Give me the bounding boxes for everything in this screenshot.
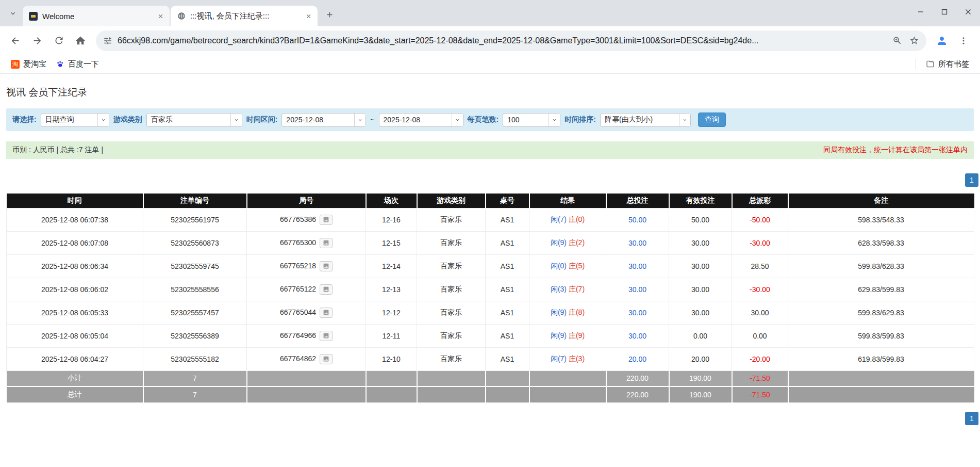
bookmark-taobao[interactable]: 淘 爱淘宝 xyxy=(6,57,51,71)
maximize-button[interactable] xyxy=(933,0,956,24)
search-button[interactable]: 查询 xyxy=(698,112,726,127)
all-bookmarks-button[interactable]: 所有书签 xyxy=(921,57,974,71)
cell-result: 闲(9) 庄(8) xyxy=(529,301,606,324)
cell-result: 闲(3) 庄(7) xyxy=(529,278,606,301)
sort-value[interactable]: 降幂(由大到小) xyxy=(601,114,679,126)
chevron-down-icon[interactable] xyxy=(97,114,109,126)
cell-total-bet: 30.00 xyxy=(606,254,669,278)
total-bet-link[interactable]: 50.00 xyxy=(628,216,646,224)
baidu-paw-icon xyxy=(56,60,64,69)
summary-currency-count: 币别 : 人民币 | 总共 :7 注单 | xyxy=(12,146,103,155)
cell-payout: 30.00 xyxy=(732,301,788,324)
new-tab-button[interactable] xyxy=(322,7,337,22)
round-detail-image-icon[interactable] xyxy=(320,284,333,295)
game-type-value[interactable]: 百家乐 xyxy=(147,114,230,126)
tab-bet-record[interactable]: :::视讯, 会员下注纪录::: xyxy=(171,6,318,26)
cell-time: 2025-12-08 06:06:34 xyxy=(7,254,143,278)
zoom-icon[interactable] xyxy=(892,36,902,45)
tab-welcome[interactable]: Welcome xyxy=(23,6,170,26)
refresh-button[interactable] xyxy=(48,30,69,51)
round-detail-image-icon[interactable] xyxy=(320,261,333,271)
bet-record-row: 2025-12-08 06:06:02523025558556667765122… xyxy=(7,278,974,301)
cell-payout: -50.00 xyxy=(732,208,788,231)
cell-table-no: AS1 xyxy=(486,231,529,254)
date-end-select[interactable]: 2025-12-08 xyxy=(379,113,463,127)
tab-strip: Welcome :::视讯, 会员下注纪录::: xyxy=(0,0,980,26)
query-type-select[interactable]: 日期查询 xyxy=(41,113,109,127)
footer-cell xyxy=(366,371,417,387)
chevron-down-icon[interactable] xyxy=(452,114,463,126)
chevron-down-icon[interactable] xyxy=(549,114,560,126)
close-button[interactable] xyxy=(956,0,980,24)
cell-game-type: 百家乐 xyxy=(417,208,486,231)
footer-cell xyxy=(366,387,417,402)
date-start-value[interactable]: 2025-12-08 xyxy=(282,114,354,126)
round-detail-image-icon[interactable] xyxy=(320,308,333,318)
total-bet-link[interactable]: 30.00 xyxy=(628,332,646,340)
cell-payout: -30.00 xyxy=(732,231,788,254)
table-body: 2025-12-08 06:07:38523025561975667765386… xyxy=(7,208,974,402)
url-text[interactable]: 66cxkj98.com/game/betrecord_search/kind3… xyxy=(118,36,885,45)
bookmark-baidu[interactable]: 百度一下 xyxy=(51,57,104,71)
cell-session: 12-14 xyxy=(366,254,417,278)
cell-valid-bet: 30.00 xyxy=(669,254,732,278)
site-info-icon[interactable] xyxy=(103,36,112,45)
result-banker: 庄(2) xyxy=(569,238,585,247)
sort-select[interactable]: 降幂(由大到小) xyxy=(600,113,691,127)
cell-table-no: AS1 xyxy=(486,301,529,324)
date-end-value[interactable]: 2025-12-08 xyxy=(379,114,452,126)
result-player: 闲(7) xyxy=(551,355,567,363)
page-1-button[interactable]: 1 xyxy=(965,412,978,425)
menu-icon[interactable] xyxy=(953,30,974,51)
cell-round: 667765386 xyxy=(247,208,366,231)
tab-close-icon[interactable] xyxy=(304,11,313,21)
date-start-select[interactable]: 2025-12-08 xyxy=(281,113,366,127)
total-bet-link[interactable]: 30.00 xyxy=(628,262,646,270)
chevron-down-icon[interactable] xyxy=(679,114,690,126)
page-size-value[interactable]: 100 xyxy=(503,114,549,126)
summary-bar: 币别 : 人民币 | 总共 :7 注单 | 同局有效投注，统一计算在该局第一张注… xyxy=(6,141,974,159)
round-detail-image-icon[interactable] xyxy=(320,331,333,341)
query-type-value[interactable]: 日期查询 xyxy=(41,114,97,126)
game-type-select[interactable]: 百家乐 xyxy=(146,113,242,127)
round-detail-image-icon[interactable] xyxy=(320,238,333,248)
page-size-select[interactable]: 100 xyxy=(503,113,560,127)
tab-search-chevron-icon[interactable] xyxy=(5,6,21,21)
cell-bet-id: 523025556389 xyxy=(143,324,247,347)
cell-note: 629.83/599.83 xyxy=(788,278,974,301)
footer-cell: 190.00 xyxy=(669,387,732,402)
cell-table-no: AS1 xyxy=(486,324,529,347)
cell-time: 2025-12-08 06:04:27 xyxy=(7,347,143,371)
cell-game-type: 百家乐 xyxy=(417,254,486,278)
home-button[interactable] xyxy=(70,30,91,51)
column-header: 总投注 xyxy=(606,194,669,208)
back-button[interactable] xyxy=(5,30,26,51)
page-1-button[interactable]: 1 xyxy=(965,173,978,187)
cell-note: 619.83/599.83 xyxy=(788,347,974,371)
result-banker: 庄(5) xyxy=(569,262,585,270)
profile-icon[interactable] xyxy=(932,30,952,51)
round-detail-image-icon[interactable] xyxy=(320,215,333,225)
total-bet-link[interactable]: 30.00 xyxy=(628,309,646,317)
cell-payout: 0.00 xyxy=(732,324,788,347)
round-detail-image-icon[interactable] xyxy=(320,354,333,364)
cell-result: 闲(9) 庄(2) xyxy=(529,231,606,254)
cell-game-type: 百家乐 xyxy=(417,231,486,254)
forward-button[interactable] xyxy=(27,30,47,51)
chevron-down-icon[interactable] xyxy=(354,114,366,126)
summary-warning-text: 同局有效投注，统一计算在该局第一张注单内 xyxy=(823,146,968,155)
tab-close-icon[interactable] xyxy=(156,11,165,21)
minimize-button[interactable] xyxy=(909,0,933,24)
cell-bet-id: 523025561975 xyxy=(143,208,247,231)
cell-session: 12-11 xyxy=(366,324,417,347)
cell-session: 12-13 xyxy=(366,278,417,301)
total-bet-link[interactable]: 30.00 xyxy=(628,239,646,247)
address-bar[interactable]: 66cxkj98.com/game/betrecord_search/kind3… xyxy=(96,30,926,51)
result-player: 闲(9) xyxy=(551,331,567,340)
total-bet-link[interactable]: 30.00 xyxy=(628,285,646,294)
total-bet-link[interactable]: 20.00 xyxy=(628,355,646,363)
chevron-down-icon[interactable] xyxy=(230,114,242,126)
bookmark-star-icon[interactable] xyxy=(909,36,919,45)
cell-table-no: AS1 xyxy=(486,347,529,371)
cell-total-bet: 30.00 xyxy=(606,301,669,324)
